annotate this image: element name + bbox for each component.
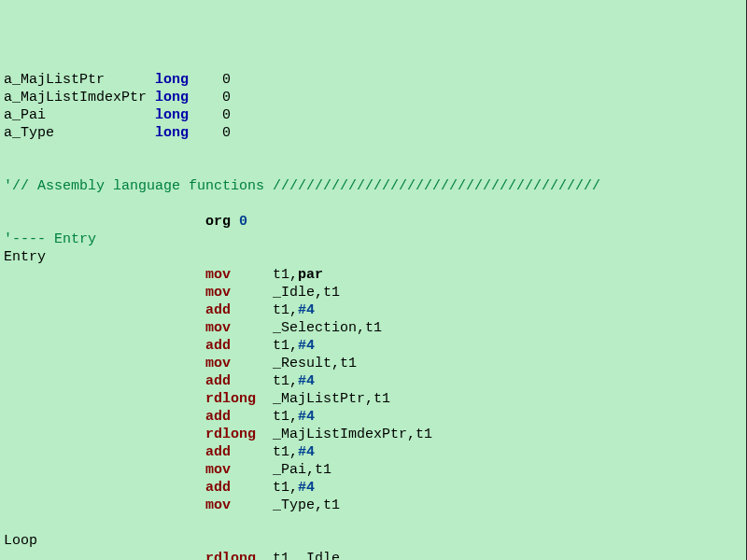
operand: t1 [273, 551, 289, 560]
instruction-line: add t1,#4 [4, 337, 746, 355]
opcode: add [205, 444, 273, 460]
declaration-value: 0 [222, 90, 231, 105]
operand: t1 [323, 285, 340, 301]
entry-comment: '---- Entry [4, 231, 746, 248]
instruction-line: rdlong t1,_Idle [4, 550, 746, 560]
instruction-line: rdlong _MajListImdexPtr,t1 [4, 426, 746, 443]
instruction-line: mov _Pai,t1 [4, 461, 746, 479]
declaration-name: a_Type [4, 125, 155, 141]
operand: t1 [273, 444, 289, 460]
operand: t1 [273, 373, 289, 389]
operand: _MajListPtr [273, 391, 365, 407]
declaration-line: a_MajListPtr long 0 [4, 71, 746, 89]
instruction-line: rdlong _MajListPtr,t1 [4, 390, 746, 408]
instruction-line: add t1,#4 [4, 301, 746, 319]
instruction-line: add t1,#4 [4, 372, 746, 390]
operand: t1 [273, 480, 289, 496]
operand: #4 [298, 480, 315, 496]
operand: #4 [298, 302, 315, 318]
comment-text: '// Assembly language functions ////////… [4, 178, 600, 194]
label-loop: Loop [4, 532, 746, 550]
opcode: rdlong [205, 427, 273, 442]
operand: #4 [298, 373, 315, 389]
opcode: rdlong [205, 391, 273, 407]
operand: #4 [298, 338, 315, 354]
operand: t1 [365, 320, 382, 336]
operand: _Result [273, 356, 331, 371]
blank-line [4, 160, 746, 177]
declaration-line: a_MajListImdexPtr long 0 [4, 89, 746, 106]
operand: _MajListImdexPtr [273, 427, 407, 442]
opcode: mov [205, 356, 273, 371]
opcode: rdlong [205, 551, 273, 560]
declaration-value: 0 [222, 107, 231, 123]
opcode: add [205, 338, 273, 354]
operand: t1 [273, 267, 289, 283]
opcode: add [205, 373, 273, 389]
instruction-line: mov _Type,t1 [4, 497, 746, 514]
blank-line [4, 514, 746, 532]
instruction-line: add t1,#4 [4, 479, 746, 497]
label-entry: Entry [4, 248, 746, 266]
code-viewer: a_MajListPtr long 0a_MajListImdexPtr lon… [4, 71, 746, 560]
operand: t1 [273, 409, 289, 425]
blank-line [4, 195, 746, 213]
opcode: mov [205, 267, 273, 283]
section-comment: '// Assembly language functions ////////… [4, 177, 746, 195]
label-name: Loop [4, 533, 37, 549]
operand: t1 [315, 462, 331, 478]
opcode: mov [205, 320, 273, 336]
type-keyword: long [155, 90, 189, 105]
operand: _Idle [273, 285, 315, 301]
type-keyword: long [155, 125, 189, 141]
opcode: mov [205, 285, 273, 301]
operand: _Idle [298, 551, 340, 560]
operand: t1 [323, 497, 340, 513]
label-name: Entry [4, 249, 46, 265]
opcode: mov [205, 462, 273, 478]
opcode: mov [205, 497, 273, 513]
blank-line [4, 142, 746, 160]
operand: t1 [416, 427, 432, 442]
declaration-value: 0 [222, 125, 231, 141]
opcode: add [205, 409, 273, 425]
declaration-name: a_MajListPtr [4, 72, 155, 88]
operand: #4 [298, 444, 315, 460]
operand: t1 [273, 302, 289, 318]
operand: par [298, 267, 323, 283]
instruction-line: add t1,#4 [4, 408, 746, 426]
comment-text: '---- Entry [4, 231, 96, 247]
operand: _Selection [273, 320, 357, 336]
type-keyword: long [155, 72, 189, 88]
declaration-name: a_Pai [4, 107, 155, 123]
org-directive: org 0 [4, 213, 746, 231]
opcode: add [205, 302, 273, 318]
operand: t1 [374, 391, 390, 407]
declaration-name: a_MajListImdexPtr [4, 90, 155, 105]
declaration-value: 0 [222, 72, 231, 88]
declaration-line: a_Pai long 0 [4, 106, 746, 124]
instruction-line: mov _Selection,t1 [4, 319, 746, 337]
operand: t1 [340, 356, 357, 371]
operand: #4 [298, 409, 315, 425]
operand: _Pai [273, 462, 306, 478]
operand: t1 [273, 338, 289, 354]
instruction-line: mov _Result,t1 [4, 355, 746, 372]
instruction-line: add t1,#4 [4, 443, 746, 461]
operand: _Type [273, 497, 315, 513]
org-keyword: org [205, 214, 231, 230]
type-keyword: long [155, 107, 189, 123]
org-value: 0 [239, 214, 247, 230]
instruction-line: mov _Idle,t1 [4, 284, 746, 301]
opcode: add [205, 480, 273, 496]
instruction-line: mov t1,par [4, 266, 746, 284]
declaration-line: a_Type long 0 [4, 124, 746, 142]
